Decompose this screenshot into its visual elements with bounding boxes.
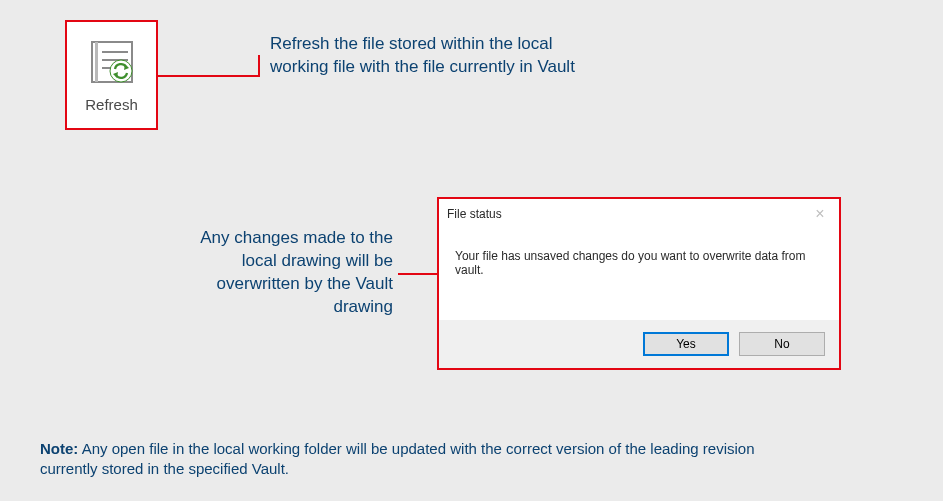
refresh-icon <box>88 38 136 90</box>
note-text: Note: Any open file in the local working… <box>40 439 800 480</box>
dialog-title: File status <box>447 207 809 221</box>
dialog-footer: Yes No <box>439 320 839 368</box>
no-button[interactable]: No <box>739 332 825 356</box>
refresh-tool-tile[interactable]: Refresh <box>65 20 158 130</box>
yes-button[interactable]: Yes <box>643 332 729 356</box>
callout-connector <box>398 273 438 275</box>
dialog-message: Your file has unsaved changes do you wan… <box>439 229 839 320</box>
refresh-description: Refresh the file stored within the local… <box>270 33 590 79</box>
callout-connector <box>158 75 260 77</box>
close-icon[interactable]: × <box>809 206 831 222</box>
overwrite-description: Any changes made to the local drawing wi… <box>165 227 393 319</box>
note-body: Any open file in the local working folde… <box>40 440 755 477</box>
svg-rect-1 <box>95 42 98 82</box>
refresh-label: Refresh <box>85 96 138 113</box>
note-label: Note: <box>40 440 78 457</box>
file-status-dialog: File status × Your file has unsaved chan… <box>437 197 841 370</box>
dialog-title-bar: File status × <box>439 199 839 229</box>
